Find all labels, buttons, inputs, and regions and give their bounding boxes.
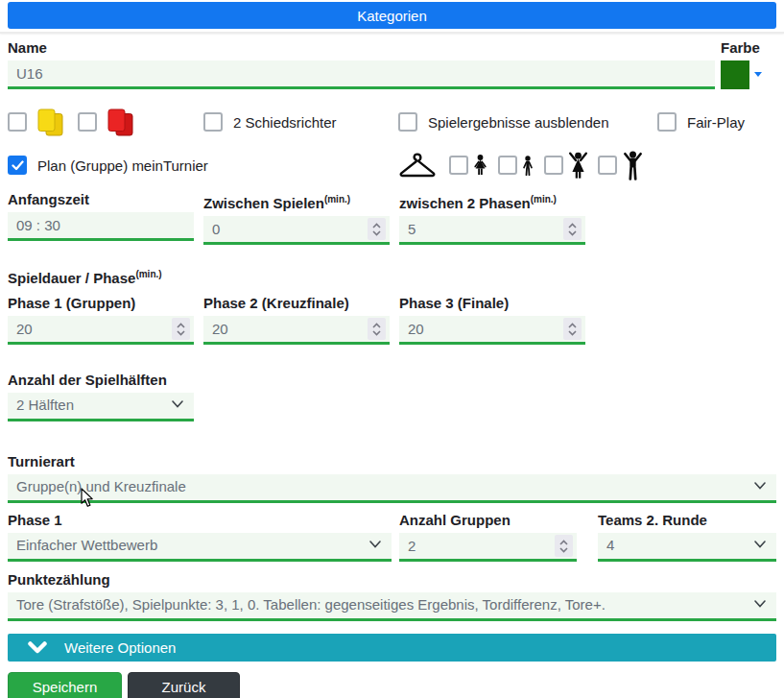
chevron-down-icon: [172, 400, 183, 408]
phase1-dauer-field-wrap: [8, 316, 194, 345]
phase1-label: Phase 1: [8, 512, 392, 529]
plan-checkbox[interactable]: [8, 156, 27, 175]
phase1-dauer-input[interactable]: [8, 316, 194, 342]
fairplay-label: Fair-Play: [687, 114, 745, 131]
turnierart-select[interactable]: Gruppe(n) und Kreuzfinale: [8, 474, 776, 503]
phase1-dauer-label: Phase 1 (Gruppen): [8, 295, 194, 312]
name-field-wrap: [8, 60, 715, 89]
zwischen-phasen-stepper[interactable]: [563, 218, 582, 240]
plan-row: Plan (Gruppe) meinTurnier: [8, 149, 776, 181]
spieldauer-label: Spieldauer / Phase(min.): [8, 266, 776, 287]
fairplay-checkbox[interactable]: [657, 112, 677, 132]
phase3-dauer-field-wrap: [399, 316, 585, 345]
anzahl-gruppen-input[interactable]: [399, 533, 577, 559]
woman-icon: [568, 152, 588, 179]
anzahl-gruppen-label: Anzahl Gruppen: [399, 512, 577, 529]
zwischen-spielen-label: Zwischen Spielen(min.): [203, 191, 390, 212]
phase1-dauer-stepper[interactable]: [172, 318, 190, 340]
boy-icon: [523, 156, 533, 176]
age-girl-checkbox[interactable]: [449, 156, 468, 175]
teams-runde-label: Teams 2. Runde: [598, 512, 776, 529]
checkmark-icon: [12, 160, 24, 171]
farbe-dropdown-arrow-icon[interactable]: [754, 72, 762, 77]
punktezaehlung-select[interactable]: Tore (Strafstöße), Spielpunkte: 3, 1, 0.…: [8, 592, 776, 621]
man-icon: [624, 151, 642, 181]
anfangszeit-label: Anfangszeit: [8, 191, 194, 208]
stepper-icon: [567, 323, 578, 336]
teams-runde-select[interactable]: 4: [598, 533, 776, 562]
age-boy-checkbox[interactable]: [498, 156, 517, 175]
phase3-dauer-input[interactable]: [399, 316, 585, 342]
anfangszeit-input[interactable]: [8, 212, 194, 238]
page-title-bar: Kategorien: [8, 2, 776, 29]
turnierart-label: Turnierart: [8, 453, 776, 470]
name-input[interactable]: [8, 60, 715, 86]
anzahl-gruppen-field-wrap: [399, 533, 577, 562]
chevron-down-icon: [754, 600, 766, 608]
stepper-icon: [371, 323, 382, 336]
yellow-cards-icon: [35, 108, 67, 137]
spielergebnisse-label: Spielergebnisse ausblenden: [428, 114, 608, 131]
header-divider: [0, 32, 784, 34]
name-label: Name: [8, 39, 715, 57]
phase3-dauer-label: Phase 3 (Finale): [399, 295, 585, 312]
spieldauer-row: Phase 1 (Gruppen) Phase 2 (Kreuzfinale) …: [8, 295, 776, 345]
age-man-checkbox[interactable]: [598, 156, 617, 175]
phase1-select[interactable]: Einfacher Wettbewerb: [8, 533, 392, 562]
phase2-dauer-stepper[interactable]: [368, 318, 386, 340]
chevron-down-icon: [369, 541, 381, 548]
spielhaelften-label: Anzahl der Spielhälften: [8, 372, 776, 389]
stepper-icon: [567, 223, 578, 236]
spielhaelften-select[interactable]: 2 Hälften: [8, 393, 194, 421]
zwischen-phasen-input[interactable]: [399, 216, 585, 242]
zwischen-spielen-input[interactable]: [203, 216, 390, 242]
phase2-dauer-input[interactable]: [203, 316, 390, 342]
zwischen-spielen-field-wrap: [203, 216, 390, 245]
schiedsrichter-label: 2 Schiedsrichter: [233, 114, 337, 131]
page-title: Kategorien: [357, 8, 427, 24]
zwischen-spielen-stepper[interactable]: [368, 218, 386, 240]
plan-label: Plan (Gruppe) meinTurnier: [37, 157, 208, 174]
zwischen-phasen-label: zwischen 2 Phasen(min.): [399, 191, 585, 212]
chevron-down-icon: [754, 482, 766, 490]
weitere-optionen-expander[interactable]: Weitere Optionen: [8, 634, 776, 662]
save-button[interactable]: Speichern: [8, 672, 122, 698]
name-farbe-row: Name Farbe: [8, 39, 776, 89]
anfangszeit-field-wrap: [8, 212, 194, 241]
phase-config-row: Phase 1 Einfacher Wettbewerb Anzahl Grup…: [8, 512, 776, 562]
red-card-checkbox[interactable]: [78, 112, 97, 132]
expander-chevron-down-icon: [28, 641, 47, 654]
stepper-icon: [176, 323, 186, 336]
red-cards-icon: [105, 108, 137, 137]
weitere-optionen-label: Weitere Optionen: [64, 639, 176, 656]
hanger-icon: [398, 153, 437, 179]
girl-icon: [474, 155, 487, 177]
chevron-down-icon: [754, 541, 766, 548]
punktezaehlung-label: Punktezählung: [8, 571, 776, 589]
spielergebnisse-checkbox[interactable]: [398, 112, 417, 132]
back-button[interactable]: Zurück: [128, 672, 240, 698]
timing-row: Anfangszeit Zwischen Spielen(min.) zwisc…: [8, 191, 776, 245]
zwischen-phasen-field-wrap: [399, 216, 585, 245]
anzahl-gruppen-stepper[interactable]: [555, 535, 573, 557]
mouse-cursor-icon: [81, 488, 94, 508]
farbe-swatch[interactable]: [721, 60, 749, 89]
schiedsrichter-checkbox[interactable]: [203, 112, 223, 132]
action-buttons: Speichern Zurück: [8, 672, 776, 698]
yellow-card-checkbox[interactable]: [8, 112, 27, 132]
farbe-label: Farbe: [721, 39, 776, 57]
phase2-dauer-field-wrap: [203, 316, 390, 345]
phase3-dauer-stepper[interactable]: [563, 318, 582, 340]
stepper-icon: [371, 223, 382, 236]
phase2-dauer-label: Phase 2 (Kreuzfinale): [203, 295, 390, 312]
stepper-icon: [558, 540, 569, 553]
page: Kategorien Name Farbe: [0, 0, 784, 698]
options-row: 2 Schiedsrichter Spielergebnisse ausblen…: [8, 107, 776, 137]
age-woman-checkbox[interactable]: [544, 156, 563, 175]
